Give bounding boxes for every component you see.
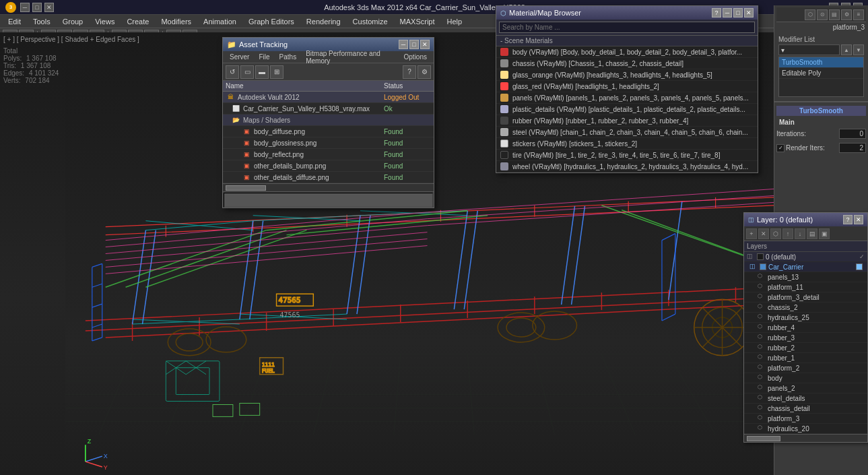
layer-move-down-btn[interactable]: ↓ xyxy=(795,228,805,239)
ts-render-iters-input[interactable] xyxy=(839,143,866,153)
prop-tb-3[interactable]: ▤ xyxy=(829,9,840,20)
mat-row-wheel[interactable]: wheel (VRayMtl) [hydraulics_1, hydraulic… xyxy=(496,161,758,172)
layer-close-btn[interactable]: ✕ xyxy=(854,215,863,224)
asset-tracking-menu-options[interactable]: Options xyxy=(400,53,431,61)
layer-item-hydraulics25[interactable]: ⬡ hydraulics_25 xyxy=(744,313,867,323)
prop-tb-1[interactable]: ⬡ xyxy=(805,9,815,20)
layer-hscroll-thumb[interactable] xyxy=(747,436,780,441)
mod-up-btn[interactable]: ▲ xyxy=(841,44,852,55)
menu-animation[interactable]: Animation xyxy=(198,16,242,27)
layer-item-platform11[interactable]: ⬡ platform_11 xyxy=(744,282,867,292)
at-row-details-diffuse[interactable]: ▣ other_details_diffuse.png Found xyxy=(223,172,434,183)
menu-modifiers[interactable]: Modifiers xyxy=(156,16,197,27)
at-row-vault[interactable]: 🏛 Autodesk Vault 2012 Logged Out xyxy=(223,92,434,103)
mat-minimize-btn[interactable]: ─ xyxy=(723,8,732,18)
at-row-body-diffuse[interactable]: ▣ body_diffuse.png Found xyxy=(223,126,434,137)
at-row-maps-folder[interactable]: 📂 Maps / Shaders xyxy=(223,115,434,126)
layer-hscrollbar[interactable] xyxy=(744,434,867,442)
at-refresh-btn[interactable]: ↺ xyxy=(226,65,239,79)
asset-tracking-menu-file[interactable]: File xyxy=(255,53,273,61)
prop-tb-2[interactable]: ⊙ xyxy=(817,9,828,20)
mod-down-btn[interactable]: ▼ xyxy=(853,44,864,55)
layer-item-0[interactable]: ◫ 0 (default) ✓ xyxy=(744,252,867,262)
at-grid-btn[interactable]: ⊞ xyxy=(270,65,283,79)
mat-maximize-btn[interactable]: □ xyxy=(733,8,743,18)
at-help-btn[interactable]: ? xyxy=(403,65,416,79)
mat-row-plastic[interactable]: plastic_details (VRayMtl) [plastic_detai… xyxy=(496,104,758,115)
at-settings-btn[interactable]: ⚙ xyxy=(418,65,431,79)
layer-collapse-btn[interactable]: ▣ xyxy=(819,228,830,239)
layer-item-rubber1[interactable]: ⬡ rubber_1 xyxy=(744,353,867,363)
maximize-button[interactable]: □ xyxy=(32,3,42,12)
at-row-bump[interactable]: ▣ other_details_bump.png Found xyxy=(223,160,434,172)
menu-tools[interactable]: Tools xyxy=(28,16,56,27)
mod-item-editable-poly[interactable]: Editable Poly xyxy=(779,68,863,79)
mat-row-stickers[interactable]: stickers (VRayMtl) [stickers_1, stickers… xyxy=(496,138,758,150)
modifier-dropdown[interactable]: ▾ xyxy=(778,44,840,55)
mat-row-tire[interactable]: tire (VRayMtl) [tire_1, tire_2, tire_3, … xyxy=(496,150,758,161)
layer-delete-btn[interactable]: ✕ xyxy=(758,228,769,239)
layer-item-body[interactable]: ⬡ body xyxy=(744,373,867,383)
at-hscroll-thumb[interactable] xyxy=(226,185,266,191)
layer-link-btn[interactable]: ⬡ xyxy=(770,228,781,239)
layer-item-rubber2[interactable]: ⬡ rubber_2 xyxy=(744,343,867,353)
menu-help[interactable]: Help xyxy=(442,16,468,27)
mat-row-chassis[interactable]: chassis (VRayMtl) [Chassis_1, chassis_2,… xyxy=(496,58,758,69)
asset-tracking-menu-server[interactable]: Server xyxy=(226,53,253,61)
mat-row-glass-orange[interactable]: glass_orange (VRayMtl) [headlights_3, he… xyxy=(496,69,758,81)
layer-item-car-carrier[interactable]: ◫ Car_Carrier xyxy=(744,262,867,272)
layer-cb-car[interactable] xyxy=(760,263,766,270)
mat-help-btn[interactable]: ? xyxy=(712,8,721,18)
layer-cb-0[interactable] xyxy=(757,253,764,260)
asset-tracking-minimize[interactable]: ─ xyxy=(399,40,408,49)
ts-iterations-input[interactable] xyxy=(839,129,866,139)
layer-move-btn[interactable]: ↑ xyxy=(782,228,793,239)
layer-add-btn[interactable]: + xyxy=(746,228,757,239)
at-expand-btn[interactable]: ▬ xyxy=(255,65,269,79)
at-row-body-reflect[interactable]: ▣ body_reflect.png Found xyxy=(223,149,434,160)
close-button[interactable]: ✕ xyxy=(44,3,54,12)
mat-close-btn[interactable]: ✕ xyxy=(744,8,754,18)
prop-tb-5[interactable]: ≡ xyxy=(853,9,864,20)
layer-item-rubber4[interactable]: ⬡ rubber_4 xyxy=(744,323,867,333)
mat-row-rubber[interactable]: rubber (VRayMtl) [rubber_1, rubber_2, ru… xyxy=(496,115,758,127)
at-collapse-btn[interactable]: ▭ xyxy=(240,65,254,79)
minimize-button[interactable]: ─ xyxy=(20,3,30,12)
layer-item-chassis-detail[interactable]: ⬡ chassis_detail xyxy=(744,404,867,414)
title-bar-system-buttons[interactable]: ─ □ ✕ xyxy=(20,3,54,12)
menu-edit[interactable]: Edit xyxy=(3,16,26,27)
layer-item-platform3-detail[interactable]: ⬡ platform_3_detail xyxy=(744,292,867,303)
asset-tracking-close[interactable]: ✕ xyxy=(420,40,430,49)
at-row-maxfile[interactable]: ⬜ Car_Carrier_Sun_Valley_H5308_vray.max … xyxy=(223,103,434,115)
layer-color-car[interactable] xyxy=(856,263,863,270)
mat-row-glass-red[interactable]: glass_red (VRayMtl) [headlights_1, headl… xyxy=(496,81,758,92)
mat-row-body[interactable]: body (VRayMtl) [Body, body_detail_1, bod… xyxy=(496,46,758,58)
menu-rendering[interactable]: Rendering xyxy=(301,16,346,27)
menu-group[interactable]: Group xyxy=(57,16,89,27)
layer-item-hydraulics20[interactable]: ⬡ hydraulics_20 xyxy=(744,424,867,434)
layer-item-platform3[interactable]: ⬡ platform_3 xyxy=(744,414,867,424)
layer-item-chassis2[interactable]: ⬡ chassis_2 xyxy=(744,303,867,313)
asset-tracking-menu-bitmap[interactable]: Bitmap Performance and Memory xyxy=(302,49,398,65)
ts-render-checkbox[interactable]: ✓ xyxy=(776,144,784,152)
menu-graph-editors[interactable]: Graph Editors xyxy=(243,16,300,27)
menu-views[interactable]: Views xyxy=(90,16,120,27)
menu-create[interactable]: Create xyxy=(121,16,154,27)
layer-item-panels13[interactable]: ⬡ panels_13 xyxy=(744,272,867,282)
layer-item-rubber3[interactable]: ⬡ rubber_3 xyxy=(744,333,867,343)
mod-item-turbosmooth[interactable]: TurboSmooth xyxy=(779,57,863,68)
layer-item-platform2[interactable]: ⬡ platform_2 xyxy=(744,363,867,373)
asset-tracking-menu-paths[interactable]: Paths xyxy=(275,53,301,61)
mat-search-input[interactable] xyxy=(499,22,755,33)
layer-expand-btn[interactable]: ▤ xyxy=(807,228,817,239)
asset-tracking-restore[interactable]: □ xyxy=(409,40,419,49)
at-row-body-gloss[interactable]: ▣ body_glossiness.png Found xyxy=(223,137,434,149)
layer-item-steel[interactable]: ⬡ steel_details xyxy=(744,393,867,404)
menu-customize[interactable]: Customize xyxy=(347,16,393,27)
layer-help-btn[interactable]: ? xyxy=(843,215,853,224)
layer-item-panels2[interactable]: ⬡ panels_2 xyxy=(744,383,867,393)
menu-maxscript[interactable]: MAXScript xyxy=(395,16,440,27)
at-hscrollbar[interactable] xyxy=(223,183,434,191)
prop-tb-4[interactable]: ⚙ xyxy=(841,9,852,20)
mat-row-panels[interactable]: panels (VRayMtl) [panels_1, panels_2, pa… xyxy=(496,92,758,104)
